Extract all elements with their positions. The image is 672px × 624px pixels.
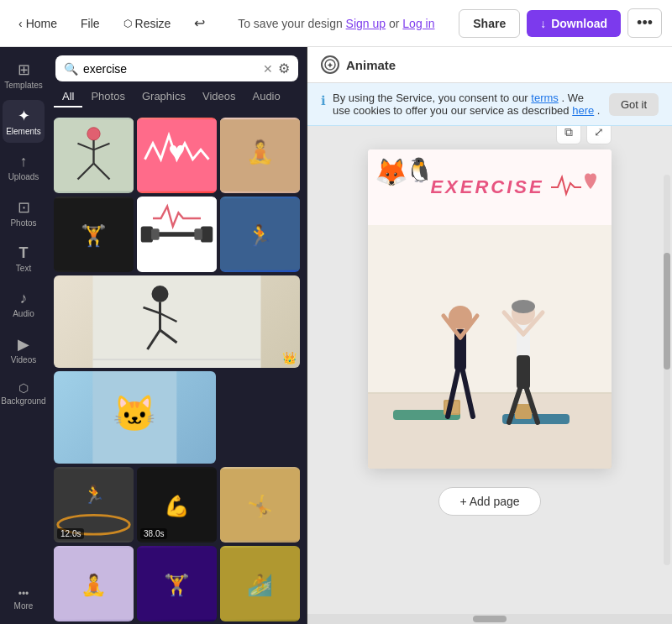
canvas-tools: ⧉ ⤢ [556, 126, 612, 144]
design-canvas[interactable]: 🦊 🐧 EXERCISE [368, 149, 612, 469]
list-item[interactable]: ♥ [137, 118, 217, 193]
cookie-text: By using the Service, you consent to our… [333, 92, 602, 117]
more-options-button[interactable]: ••• [627, 8, 662, 38]
sidebar-item-templates[interactable]: ⊞ Templates [3, 54, 45, 97]
yoga-photo [368, 225, 612, 469]
list-item[interactable]: 🏄 [220, 546, 300, 621]
list-item[interactable]: 🐱 [54, 371, 216, 464]
list-item[interactable]: 🏋️ [137, 546, 217, 621]
here-link[interactable]: here [572, 104, 594, 117]
svg-point-1 [87, 128, 100, 140]
photo-icon: ⊡ [18, 198, 30, 217]
deco-character2: 🐧 [405, 156, 434, 184]
svg-text:💪: 💪 [164, 494, 190, 519]
svg-text:🧘: 🧘 [81, 573, 107, 598]
file-menu-button[interactable]: File [72, 12, 108, 35]
list-item[interactable]: 🏃 [220, 197, 300, 272]
list-item[interactable] [54, 118, 134, 193]
horizontal-scrollbar-thumb[interactable] [473, 616, 507, 622]
horizontal-scrollbar[interactable] [307, 614, 672, 624]
list-item[interactable] [137, 197, 217, 272]
canvas-title: EXERCISE [430, 176, 543, 198]
grid-icon: ⊞ [18, 60, 30, 79]
sidebar-item-elements[interactable]: ✦ Elements [3, 100, 45, 143]
sidebar-label-videos: Videos [11, 355, 36, 364]
sparkle-icon: ✦ [18, 107, 30, 125]
svg-rect-50 [368, 225, 612, 393]
expand-canvas-button[interactable]: ⤢ [586, 126, 612, 144]
sidebar: ⊞ Templates ✦ Elements ↑ Uploads ⊡ Photo… [0, 47, 47, 624]
sidebar-label-templates: Templates [4, 81, 43, 90]
save-prompt: To save your design Sign up or Log in [220, 17, 452, 30]
svg-rect-19 [194, 228, 202, 239]
list-item[interactable]: 🧘 [54, 546, 134, 621]
canvas-header: 🦊 🐧 EXERCISE [368, 149, 612, 225]
list-item[interactable]: 🤸 [220, 467, 300, 543]
share-button[interactable]: Share [459, 9, 520, 38]
sidebar-label-elements: Elements [6, 127, 41, 136]
tab-photos[interactable]: Photos [82, 87, 133, 107]
search-input[interactable] [83, 62, 258, 76]
sidebar-item-audio[interactable]: ♪ Audio [3, 283, 45, 325]
sidebar-label-audio: Audio [13, 309, 34, 318]
got-it-button[interactable]: Got it [609, 93, 659, 116]
sidebar-label-background: Background [1, 396, 45, 406]
sidebar-item-more[interactable]: ••• More [3, 581, 45, 617]
svg-text:🏋️: 🏋️ [81, 223, 107, 249]
home-label: Home [26, 17, 57, 30]
svg-point-23 [152, 286, 169, 302]
background-icon: ⬡ [18, 381, 29, 395]
download-button[interactable]: ↓ Download [527, 10, 621, 37]
scrollbar-thumb[interactable] [664, 253, 670, 370]
search-icon: 🔍 [64, 62, 78, 76]
signup-link[interactable]: Sign up [346, 17, 386, 30]
sidebar-label-photos: Photos [10, 218, 36, 228]
video-icon: ▶ [18, 335, 29, 354]
tab-graphics[interactable]: Graphics [134, 87, 194, 107]
sidebar-item-background[interactable]: ⬡ Background [3, 375, 45, 412]
list-item[interactable]: 👑 [54, 275, 300, 368]
sidebar-item-uploads[interactable]: ↑ Uploads [3, 146, 45, 188]
sidebar-item-photos[interactable]: ⊡ Photos [3, 191, 45, 234]
filter-icon[interactable]: ⚙ [278, 60, 290, 76]
undo-button[interactable]: ↩ [186, 10, 213, 36]
canvas-container: ⧉ ⤢ 🦊 🐧 EXERCISE [368, 149, 612, 469]
terms-link[interactable]: terms [531, 92, 559, 104]
resize-icon: ⬡ [123, 18, 132, 29]
svg-text:🏃: 🏃 [247, 223, 273, 249]
top-navigation: ‹ Home File ⬡ Resize ↩ To save your desi… [0, 0, 672, 47]
list-item[interactable]: 🏃 12.0s [54, 467, 134, 543]
exercise-heart-icon [549, 170, 600, 204]
clear-icon[interactable]: ✕ [263, 62, 273, 76]
sidebar-item-text[interactable]: T Text [3, 238, 45, 280]
sidebar-label-more: More [14, 601, 34, 611]
tab-all[interactable]: All [54, 87, 82, 107]
list-item[interactable]: 💪 38.0s [137, 467, 217, 543]
svg-text:✦: ✦ [327, 61, 333, 70]
svg-text:🧘: 🧘 [246, 139, 275, 165]
svg-rect-18 [151, 228, 160, 239]
copy-icon: ⧉ [564, 126, 573, 139]
svg-rect-54 [515, 404, 532, 419]
svg-text:🏄: 🏄 [247, 573, 273, 598]
undo-icon: ↩ [194, 15, 205, 31]
add-page-button[interactable]: + Add page [438, 487, 540, 516]
info-icon: ℹ [321, 93, 326, 108]
login-link[interactable]: Log in [402, 17, 434, 30]
back-icon: ‹ [18, 17, 23, 30]
tab-videos[interactable]: Videos [194, 87, 244, 107]
vertical-scrollbar[interactable] [664, 175, 670, 565]
duration-badge: 12.0s [57, 528, 84, 539]
tab-audio[interactable]: Audio [244, 87, 288, 107]
back-button[interactable]: ‹ Home [10, 12, 66, 35]
svg-rect-66 [517, 355, 530, 389]
animate-info-icon: ✦ [321, 55, 339, 74]
list-item[interactable]: 🏋️ [54, 197, 134, 272]
filter-tabs: All Photos Graphics Videos Audio [47, 87, 307, 113]
copy-canvas-button[interactable]: ⧉ [556, 126, 581, 144]
sidebar-item-videos[interactable]: ▶ Videos [3, 328, 45, 371]
list-item[interactable]: 🧘 [220, 118, 300, 193]
more-icon: ••• [18, 588, 29, 600]
text-icon: T [19, 244, 29, 262]
resize-button[interactable]: ⬡ Resize [115, 12, 180, 35]
